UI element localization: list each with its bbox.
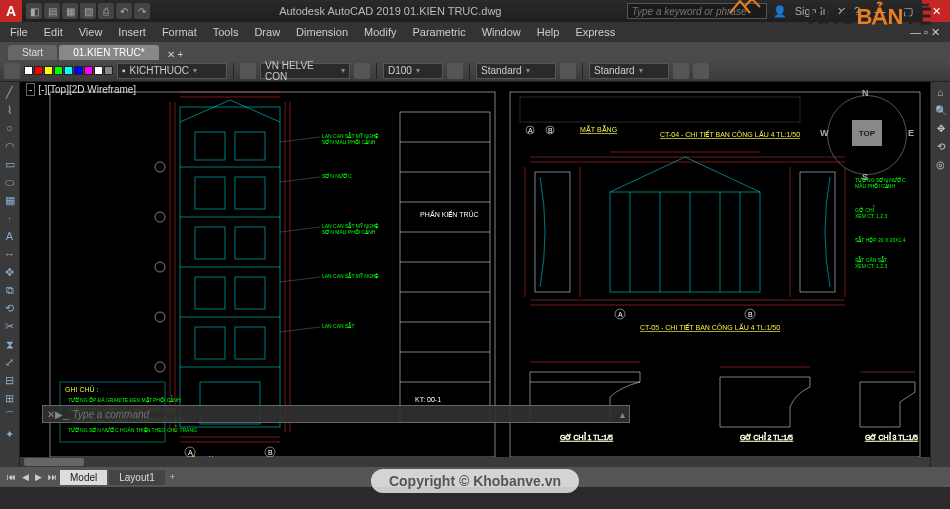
menu-modify[interactable]: Modify	[356, 24, 404, 40]
svg-text:SƠN MÀU PHỐI CẢNH: SƠN MÀU PHỐI CẢNH	[322, 227, 376, 235]
svg-text:B: B	[548, 127, 553, 134]
scale-tool[interactable]: ⤢	[2, 354, 18, 370]
nav-home-icon[interactable]: ⌂	[933, 84, 949, 100]
cmd-menu-icon[interactable]: ▴	[620, 409, 625, 420]
tab-model[interactable]: Model	[60, 470, 107, 485]
app-icon[interactable]: A	[0, 0, 22, 22]
hscrollbar[interactable]	[20, 457, 930, 467]
redo-icon[interactable]: ↷	[134, 3, 150, 19]
hatch-tool[interactable]: ▦	[2, 192, 18, 208]
watermark-logo: KHOBẢNVẼ	[808, 4, 932, 30]
color-swatches[interactable]	[24, 66, 113, 75]
nav-zoom-icon[interactable]: 🔍	[933, 102, 949, 118]
svg-text:TƯỜNG SƠN NƯỚC HOÀN THIỆN THEO: TƯỜNG SƠN NƯỚC HOÀN THIỆN THEO CHỦ TRANG	[68, 425, 197, 433]
offset-tool[interactable]: ⊟	[2, 372, 18, 388]
svg-text:LAN CAN SẮT MỸ NGHỆ: LAN CAN SẮT MỸ NGHỆ	[322, 222, 378, 229]
polyline-tool[interactable]: ⌇	[2, 102, 18, 118]
right-toolbar: ⌂ 🔍 ✥ ⟲ ◎	[930, 82, 950, 467]
svg-rect-16	[235, 327, 265, 359]
line-tool[interactable]: ╱	[2, 84, 18, 100]
dim-icon[interactable]	[354, 63, 370, 79]
nav-orbit-icon[interactable]: ⟲	[933, 138, 949, 154]
circle-tool[interactable]: ○	[2, 120, 18, 136]
misc-icon[interactable]	[693, 63, 709, 79]
text-tool[interactable]: A	[2, 228, 18, 244]
rotate-tool[interactable]: ⟲	[2, 300, 18, 316]
arc-tool[interactable]: ◠	[2, 138, 18, 154]
dim-tool[interactable]: ↔	[2, 246, 18, 262]
menu-window[interactable]: Window	[474, 24, 529, 40]
svg-text:XEM CT: 1,2,3: XEM CT: 1,2,3	[855, 263, 887, 269]
svg-text:GỜ CHỈ: GỜ CHỈ	[855, 205, 875, 213]
layer-dropdown[interactable]: ▪ KICHTHUOC	[117, 63, 227, 79]
tab-layout1[interactable]: Layout1	[109, 470, 165, 485]
svg-text:SẮT CÂN SẮT: SẮT CÂN SẮT	[855, 256, 887, 263]
move-tool[interactable]: ✥	[2, 264, 18, 280]
svg-point-29	[155, 312, 165, 322]
std1-dropdown[interactable]: Standard	[476, 63, 556, 79]
tab-next-icon[interactable]: ▶	[32, 472, 45, 482]
std2-icon[interactable]	[673, 63, 689, 79]
cmd-close-icon[interactable]: ✕	[47, 409, 55, 420]
std1-icon[interactable]	[560, 63, 576, 79]
undo-icon[interactable]: ↶	[116, 3, 132, 19]
tab-start[interactable]: Start	[8, 45, 57, 60]
tab-prev-icon[interactable]: ◀	[19, 472, 32, 482]
command-input[interactable]	[73, 409, 620, 420]
new-icon[interactable]: ◧	[26, 3, 42, 19]
menu-draw[interactable]: Draw	[246, 24, 288, 40]
signin-icon[interactable]: 👤	[773, 5, 787, 18]
menu-express[interactable]: Express	[567, 24, 623, 40]
drawing-canvas[interactable]: -[-][Top][2D Wireframe]	[20, 82, 930, 467]
svg-point-30	[155, 362, 165, 372]
menu-format[interactable]: Format	[154, 24, 205, 40]
tab-first-icon[interactable]: ⏮	[4, 472, 19, 482]
tab-add[interactable]: ✕ +	[161, 49, 190, 60]
svg-text:A: A	[618, 311, 623, 318]
tab-add-icon[interactable]: +	[167, 472, 178, 482]
svg-text:GỜ CHỈ 2 TL:1/5: GỜ CHỈ 2 TL:1/5	[740, 432, 793, 441]
explode-tool[interactable]: ✦	[2, 426, 18, 442]
std2-dropdown[interactable]: Standard	[589, 63, 669, 79]
tab-drawing[interactable]: 01.KIEN TRUC*	[59, 45, 159, 60]
svg-line-33	[280, 227, 320, 232]
menu-edit[interactable]: Edit	[36, 24, 71, 40]
nav-steer-icon[interactable]: ◎	[933, 156, 949, 172]
menu-tools[interactable]: Tools	[205, 24, 247, 40]
menu-dimension[interactable]: Dimension	[288, 24, 356, 40]
saveas-icon[interactable]: ▧	[80, 3, 96, 19]
dim2-icon[interactable]	[447, 63, 463, 79]
cmd-prompt-icon: ▶_	[55, 409, 69, 420]
font-dropdown[interactable]: VN HELVE CON	[260, 63, 350, 79]
menu-view[interactable]: View	[71, 24, 111, 40]
dimstyle-dropdown[interactable]: D100	[383, 63, 443, 79]
svg-text:CT-05 - CHI TIẾT BAN CÔNG LẦU : CT-05 - CHI TIẾT BAN CÔNG LẦU 4 TL:1/50	[640, 323, 780, 331]
rect-tool[interactable]: ▭	[2, 156, 18, 172]
svg-rect-7	[195, 132, 225, 160]
nav-pan-icon[interactable]: ✥	[933, 120, 949, 136]
copy-tool[interactable]: ⧉	[2, 282, 18, 298]
svg-text:A: A	[528, 127, 533, 134]
fillet-tool[interactable]: ⌒	[2, 408, 18, 424]
save-icon[interactable]: ▦	[62, 3, 78, 19]
menu-help[interactable]: Help	[529, 24, 568, 40]
tab-last-icon[interactable]: ⏭	[45, 472, 60, 482]
textstyle-icon[interactable]	[240, 63, 256, 79]
point-tool[interactable]: ·	[2, 210, 18, 226]
command-line[interactable]: ✕ ▶_ ▴	[42, 405, 630, 423]
menu-insert[interactable]: Insert	[110, 24, 154, 40]
trim-tool[interactable]: ✂	[2, 318, 18, 334]
menu-file[interactable]: File	[2, 24, 36, 40]
svg-text:SẮT HỘP 20 X 20X1.4: SẮT HỘP 20 X 20X1.4	[855, 236, 906, 243]
svg-text:LAN CAN SẮT: LAN CAN SẮT	[322, 322, 354, 329]
layer-icon[interactable]	[4, 63, 20, 79]
menu-parametric[interactable]: Parametric	[404, 24, 473, 40]
plot-icon[interactable]: ⎙	[98, 3, 114, 19]
mirror-tool[interactable]: ⧗	[2, 336, 18, 352]
navcube[interactable]: TOP N E S W	[822, 90, 912, 180]
svg-text:GỜ CHỈ 3 TL:1/5: GỜ CHỈ 3 TL:1/5	[865, 432, 918, 441]
ellipse-tool[interactable]: ⬭	[2, 174, 18, 190]
svg-point-27	[155, 212, 165, 222]
open-icon[interactable]: ▤	[44, 3, 60, 19]
array-tool[interactable]: ⊞	[2, 390, 18, 406]
